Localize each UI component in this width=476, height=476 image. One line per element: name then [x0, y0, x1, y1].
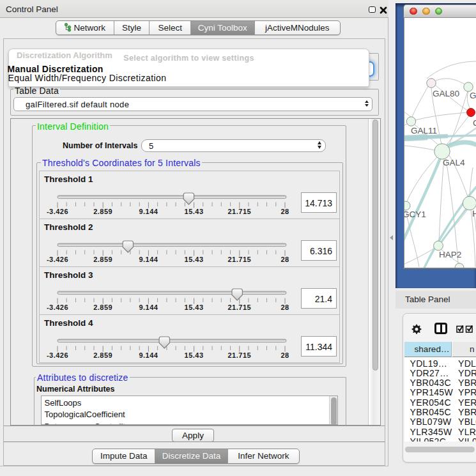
svg-text:15.43: 15.43	[185, 208, 204, 215]
svg-text:GAL80: GAL80	[433, 89, 459, 98]
svg-text:-3.426: -3.426	[47, 208, 68, 215]
svg-text:21.715: 21.715	[227, 351, 251, 359]
svg-text:C: C	[473, 118, 476, 128]
svg-text:-3.426: -3.426	[47, 351, 68, 359]
svg-text:2.859: 2.859	[93, 208, 112, 215]
svg-text:9.144: 9.144	[139, 303, 158, 311]
svg-text:H: H	[472, 209, 476, 219]
svg-text:HAP2: HAP2	[439, 250, 461, 259]
svg-text:28: 28	[280, 351, 289, 359]
svg-text:2.859: 2.859	[93, 303, 112, 311]
svg-text:GAL4: GAL4	[443, 158, 465, 167]
svg-text:15.43: 15.43	[185, 351, 204, 359]
svg-text:-3.426: -3.426	[47, 256, 68, 263]
svg-text:21.715: 21.715	[227, 208, 251, 215]
svg-text:9.144: 9.144	[139, 256, 158, 263]
svg-text:28: 28	[280, 208, 289, 215]
svg-text:15.43: 15.43	[185, 303, 204, 311]
svg-text:21.715: 21.715	[227, 303, 251, 311]
svg-text:21.715: 21.715	[227, 256, 251, 263]
svg-text:GCY1: GCY1	[404, 210, 426, 219]
svg-text:28: 28	[280, 303, 289, 311]
svg-text:28: 28	[280, 256, 289, 263]
svg-text:9.144: 9.144	[139, 351, 158, 359]
svg-text:2.859: 2.859	[93, 351, 112, 359]
svg-text:15.43: 15.43	[185, 256, 204, 263]
svg-text:-3.426: -3.426	[47, 303, 68, 311]
svg-text:9.144: 9.144	[139, 208, 158, 215]
svg-text:GAL11: GAL11	[411, 126, 437, 135]
svg-text:GA: GA	[470, 91, 476, 100]
svg-text:2.859: 2.859	[93, 256, 112, 263]
